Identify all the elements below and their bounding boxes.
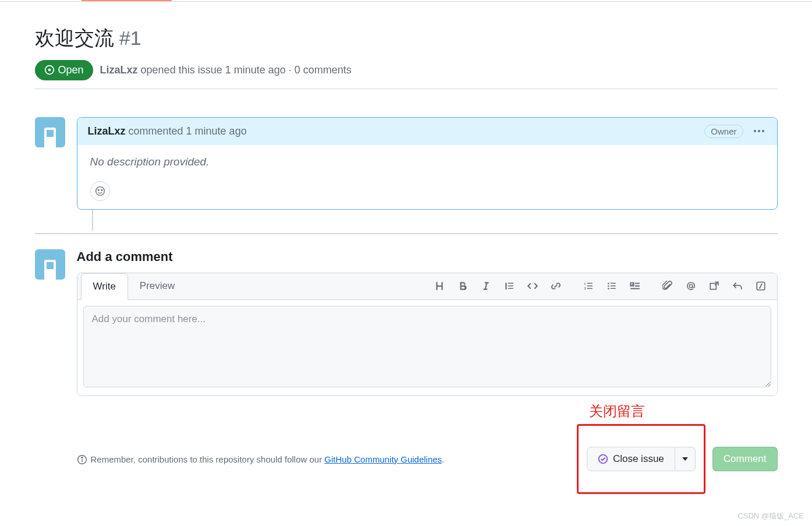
add-comment-heading: Add a comment bbox=[77, 249, 778, 264]
info-icon bbox=[77, 454, 87, 465]
svg-point-2 bbox=[95, 186, 104, 195]
timeline-connector bbox=[92, 210, 93, 231]
markdown-toolbar bbox=[429, 276, 777, 296]
comment-editor: Write Preview bbox=[77, 273, 778, 396]
svg-point-7 bbox=[608, 288, 609, 290]
svg-point-4 bbox=[101, 189, 102, 190]
comment-box: LizaLxz commented 1 minute ago Owner No … bbox=[77, 117, 778, 210]
comment-input[interactable] bbox=[83, 306, 771, 387]
state-badge: Open bbox=[35, 60, 93, 80]
avatar[interactable] bbox=[35, 249, 65, 280]
kebab-menu-icon[interactable] bbox=[751, 128, 767, 135]
owner-badge: Owner bbox=[704, 125, 743, 138]
guidelines-link[interactable]: GitHub Community Guidelines bbox=[324, 454, 442, 464]
comment-author[interactable]: LizaLxz bbox=[88, 125, 126, 137]
heading-icon[interactable] bbox=[429, 276, 450, 296]
close-issue-button[interactable]: Close issue bbox=[587, 447, 675, 471]
attach-icon[interactable] bbox=[657, 276, 678, 296]
state-label: Open bbox=[58, 64, 84, 76]
comment-body-text: No description provided. bbox=[90, 156, 764, 168]
bold-icon[interactable] bbox=[452, 276, 473, 296]
issue-opened-text: opened this issue 1 minute ago · 0 comme… bbox=[141, 64, 352, 76]
link-icon[interactable] bbox=[545, 276, 566, 296]
svg-point-3 bbox=[98, 189, 99, 190]
svg-point-6 bbox=[608, 285, 609, 287]
svg-point-1 bbox=[48, 69, 51, 72]
annotation-box: Close issue bbox=[577, 424, 705, 494]
issue-open-icon bbox=[44, 65, 55, 75]
comment-timestamp: commented 1 minute ago bbox=[129, 125, 247, 137]
smiley-icon bbox=[95, 186, 105, 196]
comment-button[interactable]: Comment bbox=[712, 447, 778, 471]
italic-icon[interactable] bbox=[476, 276, 497, 296]
annotation-label: 关闭留言 bbox=[589, 402, 778, 421]
add-reaction-button[interactable] bbox=[90, 181, 110, 201]
avatar[interactable] bbox=[35, 117, 65, 147]
slash-icon[interactable] bbox=[750, 276, 771, 296]
quote-icon[interactable] bbox=[499, 276, 520, 296]
reply-icon[interactable] bbox=[727, 276, 748, 296]
caret-down-icon bbox=[682, 457, 688, 461]
svg-point-5 bbox=[608, 283, 609, 284]
tab-preview[interactable]: Preview bbox=[128, 273, 186, 299]
issue-title-text: 欢迎交流 bbox=[35, 27, 114, 49]
tab-write[interactable]: Write bbox=[81, 273, 128, 300]
issue-closed-icon bbox=[598, 454, 608, 464]
close-dropdown-button[interactable] bbox=[675, 447, 696, 471]
code-icon[interactable] bbox=[522, 276, 543, 296]
svg-point-13 bbox=[81, 457, 83, 458]
footer-note: Remember, contributions to this reposito… bbox=[77, 424, 445, 465]
issue-number: #1 bbox=[119, 27, 141, 49]
unordered-list-icon[interactable] bbox=[601, 276, 622, 296]
ordered-list-icon[interactable] bbox=[578, 276, 599, 296]
mention-icon[interactable] bbox=[680, 276, 701, 296]
issue-author[interactable]: LizaLxz bbox=[100, 64, 138, 76]
issue-title: 欢迎交流 #1 bbox=[35, 26, 778, 51]
svg-point-9 bbox=[689, 284, 693, 288]
tasklist-icon[interactable] bbox=[625, 276, 646, 296]
issue-header: 欢迎交流 #1 Open LizaLxz opened this issue 1… bbox=[35, 1, 778, 89]
cross-reference-icon[interactable] bbox=[704, 276, 725, 296]
